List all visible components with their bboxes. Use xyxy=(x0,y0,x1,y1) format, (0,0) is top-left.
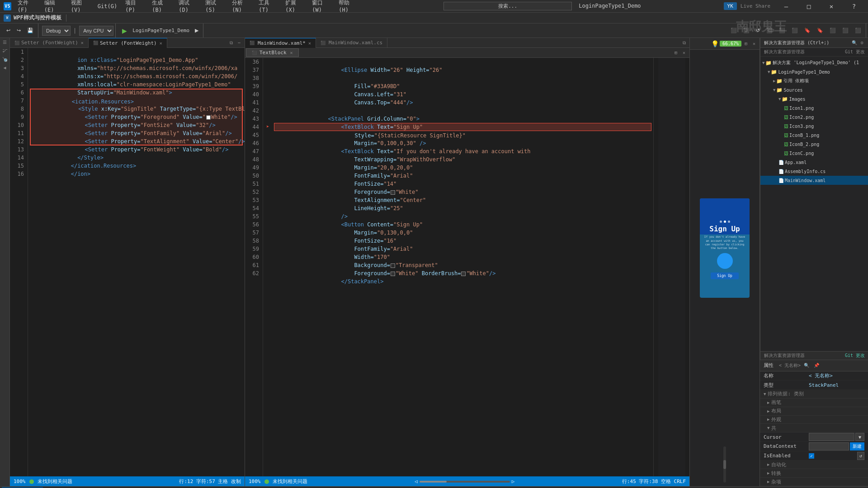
left-tab-setter1[interactable]: ⬛ Setter (FontWeight) ✕ xyxy=(10,38,89,48)
help-button[interactable]: ? xyxy=(844,0,864,13)
prop-common-header[interactable]: ▼ 共 xyxy=(760,424,868,432)
attach-button[interactable]: ▶ xyxy=(192,27,201,34)
minimap xyxy=(653,58,689,476)
menu-debug[interactable]: 调试(D) xyxy=(175,0,201,14)
cursor-dropdown[interactable]: ▼ xyxy=(855,433,864,441)
tree-app-xaml[interactable]: 📄 App.xaml xyxy=(760,158,868,167)
menu-help[interactable]: 帮助(H) xyxy=(335,0,361,14)
git-update-btn[interactable]: Git 更改 xyxy=(845,49,865,55)
main-tab-xaml[interactable]: ⬛ MainWindow.xaml* ✕ xyxy=(245,38,316,48)
menu-test[interactable]: 测试(S) xyxy=(202,0,227,14)
textblock-close[interactable]: ✕ xyxy=(680,49,688,56)
png-icon-b1: 🖼 xyxy=(784,133,788,138)
close-button[interactable]: ✕ xyxy=(821,0,842,13)
overflow-icon[interactable]: ⋯ xyxy=(236,39,243,47)
cpu-select[interactable]: Any CPU xyxy=(79,26,113,36)
minimize-button[interactable]: — xyxy=(776,0,797,13)
tb-btn-8[interactable]: 🔖 xyxy=(814,27,826,34)
tb-btn-6[interactable]: ⬛ xyxy=(789,27,801,34)
prop-brush-header[interactable]: ▶ 画笔 xyxy=(760,399,868,407)
horizontal-scrollbar[interactable] xyxy=(420,481,510,483)
tb-btn-2[interactable]: ⬛ xyxy=(741,27,752,34)
solution-search-icon[interactable]: 🔍 xyxy=(850,40,859,45)
prop-sort-header[interactable]: ▼ 排列依据: 类别 xyxy=(760,390,868,399)
share-link[interactable]: Live Share xyxy=(741,3,770,9)
tree-iconc[interactable]: 🖼 IconC.png xyxy=(760,149,868,158)
tree-mainwindow[interactable]: 📄 MainWindow.xaml xyxy=(760,176,868,185)
prop-misc-header[interactable]: ▶ 杂项 xyxy=(760,478,868,486)
tree-project[interactable]: ▼ 📁 LoginPageType1_Demo xyxy=(760,67,868,76)
run-button[interactable]: ▶ xyxy=(119,26,130,35)
menu-git[interactable]: Git(G) xyxy=(94,2,121,10)
tb-btn-7[interactable]: 🔖 xyxy=(802,27,813,34)
scroll-bar-area[interactable]: ◁ ▷ xyxy=(311,479,618,484)
tb-btn-1[interactable]: ⬛ xyxy=(728,27,740,34)
menu-view[interactable]: 视图(V) xyxy=(67,0,93,14)
git-changes-btn[interactable]: Git 更改 xyxy=(845,352,865,359)
split-editor-icon[interactable]: ⧉ xyxy=(227,39,235,47)
isenabled-reset[interactable]: ↺ xyxy=(857,452,864,460)
tree-icon3[interactable]: 🖼 Icon3.png xyxy=(760,122,868,131)
tb-btn-5[interactable]: ⬛ xyxy=(776,27,788,34)
solution-explorer-icon[interactable]: ☰ xyxy=(1,38,8,47)
datacontext-new-btn[interactable]: 新建 xyxy=(850,442,864,450)
toolbar-undo[interactable]: ↩ xyxy=(4,27,13,34)
textblock-tab-close[interactable]: ✕ xyxy=(290,50,293,55)
properties-pin[interactable]: 📌 xyxy=(812,363,821,368)
solution-settings-icon[interactable]: ⚙ xyxy=(859,40,865,45)
page-title: WPF样式与控件模板 xyxy=(14,14,61,22)
tb-btn-11[interactable]: ⬛ xyxy=(852,27,864,34)
tree-assemblyinfo[interactable]: 📄 AssemblyInfo.cs xyxy=(760,167,868,176)
main-tab-cs[interactable]: ⬛ MainWindow.xaml.cs xyxy=(316,38,387,48)
menu-tools[interactable]: 工具(T) xyxy=(255,0,281,14)
tb-btn-3[interactable]: ↺ xyxy=(753,27,763,34)
preview-expand[interactable]: ⊞ xyxy=(742,40,750,47)
properties-search[interactable]: 🔍 xyxy=(802,363,811,368)
preview-close[interactable]: ✕ xyxy=(750,40,758,47)
tree-icon1[interactable]: 🖼 Icon1.png xyxy=(760,103,868,113)
prop-layout-header[interactable]: ▶ 布局 xyxy=(760,407,868,416)
preview-scrollbar[interactable] xyxy=(723,446,726,483)
left-tab-setter2[interactable]: ⬛ Setter (FontWeight) ✕ xyxy=(89,38,167,48)
tree-iconb1[interactable]: 🖼 IconB_1.png xyxy=(760,131,868,140)
maximize-button[interactable]: □ xyxy=(798,0,819,13)
menu-window[interactable]: 窗口(W) xyxy=(308,0,334,14)
prop-appearance-header[interactable]: ▶ 外观 xyxy=(760,416,868,424)
tree-solution-root[interactable]: ▼ 📁 解决方案 'LoginPageType1_Demo' (1 xyxy=(760,58,868,67)
tree-images[interactable]: ▼ 📁 Images xyxy=(760,94,868,103)
main-cursor-pos: 行:45 字符:38 空格 CRLF xyxy=(622,478,686,485)
brush-label: 画笔 xyxy=(771,399,781,406)
tb-btn-9[interactable]: ⬛ xyxy=(827,27,839,34)
tb-btn-4[interactable]: ⬛ xyxy=(764,27,775,34)
prop-transform-header[interactable]: ▶ 转换 xyxy=(760,469,868,478)
debug-mode-select[interactable]: Debug xyxy=(42,26,71,36)
left-tab-close-1[interactable]: ✕ xyxy=(81,40,84,45)
toolbar-save[interactable]: 💾 xyxy=(24,27,36,34)
tree-icon2[interactable]: 🖼 Icon2.png xyxy=(760,113,868,122)
menu-analyze[interactable]: 分析(N) xyxy=(228,0,254,14)
prop-automation-header[interactable]: ▶ 自动化 xyxy=(760,460,868,469)
tree-sources[interactable]: ▼ 📁 Sources xyxy=(760,85,868,94)
menu-extensions[interactable]: 扩展(X) xyxy=(282,0,307,14)
datacontext-input[interactable] xyxy=(809,442,849,450)
textblock-tab[interactable]: ⬛ TextBlock ✕ xyxy=(246,48,299,57)
cursor-input[interactable] xyxy=(809,433,854,441)
search-vert-icon[interactable]: 🔍 xyxy=(1,55,8,64)
tree-deps[interactable]: ▶ 📁 引用 依赖项 xyxy=(760,76,868,85)
isenabled-checkbox[interactable]: ✓ xyxy=(809,453,814,459)
left-tab-close-2[interactable]: ✕ xyxy=(160,41,162,46)
menu-build[interactable]: 生成(B) xyxy=(148,0,174,14)
toolbar-redo[interactable]: ↪ xyxy=(14,27,24,34)
left-cursor-pos: 行:12 字符:57 主格 改制 xyxy=(179,478,241,485)
main-split-icon[interactable]: ⧉ xyxy=(680,39,688,47)
search-box[interactable]: 搜索... xyxy=(443,2,572,10)
menu-file[interactable]: 文件(F) xyxy=(14,0,40,14)
textblock-expand[interactable]: ⊞ xyxy=(672,49,679,56)
git-icon[interactable]: ⎇ xyxy=(1,47,8,55)
tb-btn-10[interactable]: ⬛ xyxy=(840,27,851,34)
main-tab-xaml-close[interactable]: ✕ xyxy=(308,41,311,46)
menu-edit[interactable]: 编辑(E) xyxy=(41,0,66,14)
menu-project[interactable]: 项目(P) xyxy=(122,0,147,14)
tree-iconb2[interactable]: 🖼 IconB_2.png xyxy=(760,140,868,149)
debug-vert-icon[interactable]: ▶ xyxy=(1,64,8,73)
